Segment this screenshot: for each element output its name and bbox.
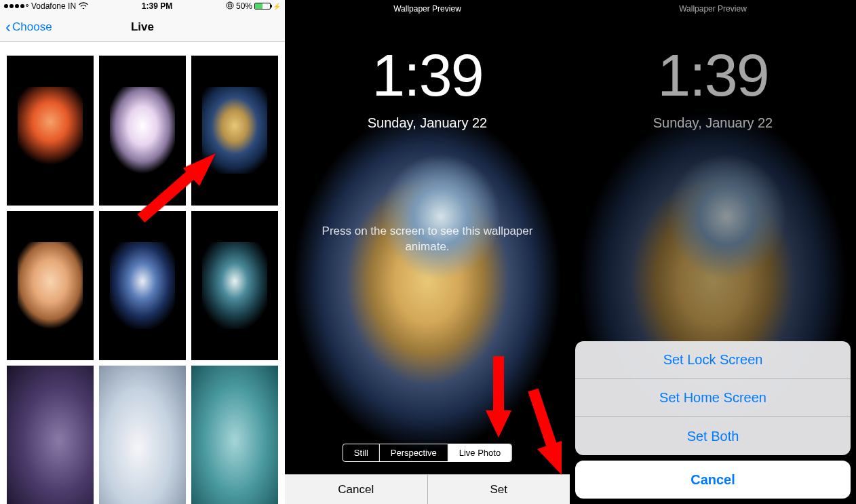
wallpaper-thumb[interactable] bbox=[99, 56, 186, 206]
segment-perspective[interactable]: Perspective bbox=[380, 444, 448, 461]
back-label: Choose bbox=[12, 20, 52, 34]
set-button[interactable]: Set bbox=[428, 475, 570, 504]
back-button[interactable]: ‹ Choose bbox=[5, 19, 52, 35]
set-home-screen-button[interactable]: Set Home Screen bbox=[575, 379, 851, 417]
wallpaper-thumb[interactable] bbox=[191, 56, 278, 206]
wallpaper-thumb[interactable] bbox=[7, 56, 94, 206]
lock-date: Sunday, January 22 bbox=[285, 115, 570, 131]
navbar: ‹ Choose Live bbox=[0, 12, 285, 42]
wallpaper-thumb[interactable] bbox=[7, 211, 94, 361]
chevron-left-icon: ‹ bbox=[5, 19, 11, 35]
wallpaper-set-sheet-screen: Wallpaper Preview 1:39 Sunday, January 2… bbox=[570, 0, 856, 504]
signal-dots-icon bbox=[4, 4, 28, 8]
bottom-bar: Cancel Set bbox=[285, 474, 570, 504]
cancel-button[interactable]: Cancel bbox=[285, 475, 428, 504]
charging-icon: ⚡ bbox=[273, 3, 281, 10]
status-left: Vodafone IN bbox=[4, 1, 88, 11]
status-right: 50% ⚡ bbox=[226, 1, 281, 12]
status-bar: Vodafone IN 1:39 PM 50% ⚡ bbox=[0, 0, 285, 12]
battery-icon bbox=[254, 3, 271, 9]
wallpaper-thumb[interactable] bbox=[7, 366, 94, 504]
segment-live-photo[interactable]: Live Photo bbox=[448, 444, 511, 461]
svg-point-0 bbox=[227, 2, 233, 9]
battery-pct: 50% bbox=[236, 1, 252, 11]
wifi-icon bbox=[79, 1, 88, 11]
page-title: Live bbox=[131, 20, 154, 34]
wallpaper-thumb[interactable] bbox=[191, 211, 278, 361]
segment-still[interactable]: Still bbox=[343, 444, 380, 461]
live-hint: Press on the screen to see this wallpape… bbox=[285, 224, 570, 255]
set-both-button[interactable]: Set Both bbox=[575, 417, 851, 455]
preview-title: Wallpaper Preview bbox=[285, 4, 570, 14]
wallpaper-grid bbox=[0, 42, 285, 504]
cancel-button[interactable]: Cancel bbox=[575, 461, 851, 499]
set-lock-screen-button[interactable]: Set Lock Screen bbox=[575, 341, 851, 379]
wallpaper-thumb[interactable] bbox=[99, 366, 186, 504]
wallpaper-thumb[interactable] bbox=[99, 211, 186, 361]
lock-clock: 1:39 bbox=[285, 41, 570, 110]
display-mode-segmented: Still Perspective Live Photo bbox=[343, 444, 512, 462]
carrier-label: Vodafone IN bbox=[31, 1, 76, 11]
status-time: 1:39 PM bbox=[142, 1, 172, 11]
wallpaper-thumb[interactable] bbox=[191, 366, 278, 504]
wallpaper-picker-screen: Vodafone IN 1:39 PM 50% ⚡ ‹ Choose Live bbox=[0, 0, 285, 504]
rotation-lock-icon bbox=[226, 1, 234, 12]
action-sheet-group: Set Lock Screen Set Home Screen Set Both bbox=[575, 341, 851, 455]
wallpaper-preview-screen: Wallpaper Preview 1:39 Sunday, January 2… bbox=[285, 0, 570, 504]
action-sheet: Set Lock Screen Set Home Screen Set Both… bbox=[575, 341, 851, 499]
